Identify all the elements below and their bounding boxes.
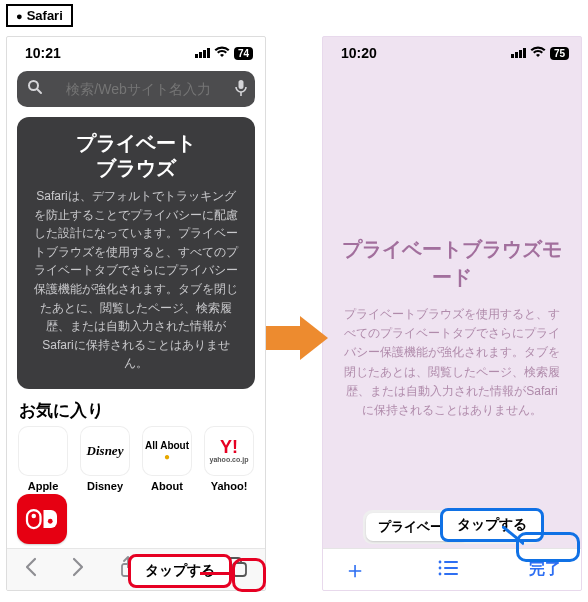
favorite-apple[interactable]: Apple <box>15 426 71 492</box>
favorite-nintendo[interactable] <box>17 494 67 544</box>
status-icons: 74 <box>195 46 253 61</box>
svg-rect-2 <box>239 80 244 89</box>
status-bar: 10:21 74 <box>7 37 265 65</box>
svg-point-14 <box>439 566 442 569</box>
mic-icon[interactable] <box>234 79 248 100</box>
done-button[interactable]: 完了 <box>529 559 561 580</box>
private-browsing-card: プライベート ブラウズ Safariは、デフォルトでトラッキングを防止することで… <box>17 117 255 389</box>
battery-icon: 74 <box>234 47 253 60</box>
about-icon: All About● <box>142 426 192 476</box>
svg-point-16 <box>439 572 442 575</box>
phone-left: 10:21 74 プライベート ブラウズ Safariは、デフォルトでトラッキン… <box>6 36 266 591</box>
private-mode-body: プライベートブラウズを使用すると、すべてのプライベートタブでさらにプライバシー保… <box>341 305 563 420</box>
favorites-row: Apple Disney Disney All About● About Y!y… <box>7 426 265 492</box>
callout-ring-segment <box>516 532 580 562</box>
yahoo-icon: Y!yahoo.co.jp <box>204 426 254 476</box>
tab-list-button[interactable] <box>437 560 459 580</box>
svg-point-6 <box>48 519 53 524</box>
status-time: 10:21 <box>25 45 61 61</box>
back-button[interactable] <box>24 557 38 582</box>
status-icons: 75 <box>511 46 569 61</box>
forward-button[interactable] <box>71 557 85 582</box>
signal-icon <box>195 48 210 58</box>
favorite-yahoo[interactable]: Y!yahoo.co.jp Yahoo! <box>201 426 257 492</box>
status-time: 10:20 <box>341 45 377 61</box>
address-bar[interactable] <box>17 71 255 107</box>
favorite-about[interactable]: All About● About <box>139 426 195 492</box>
status-bar: 10:20 75 <box>323 37 581 65</box>
card-title: プライベート ブラウズ <box>33 131 239 181</box>
card-body: Safariは、デフォルトでトラッキングを防止することでプライバシーに配慮した設… <box>33 187 239 373</box>
disney-icon: Disney <box>80 426 130 476</box>
search-icon <box>27 79 43 99</box>
callout-tap-tabs: タップする <box>128 554 232 588</box>
signal-icon <box>511 48 526 58</box>
svg-point-5 <box>32 514 37 519</box>
new-tab-button[interactable]: ＋ <box>343 554 367 586</box>
wifi-icon <box>530 46 546 61</box>
wifi-icon <box>214 46 230 61</box>
favorites-heading: お気に入り <box>19 399 253 422</box>
app-badge-label: Safari <box>27 8 63 23</box>
app-badge: Safari <box>6 4 73 27</box>
callout-ring-tabs <box>232 558 266 592</box>
svg-point-12 <box>439 560 442 563</box>
private-mode-title: プライベートブラウズモード <box>341 235 563 291</box>
apple-icon <box>18 426 68 476</box>
callout-leader-red <box>200 572 234 575</box>
favorite-disney[interactable]: Disney Disney <box>77 426 133 492</box>
svg-rect-4 <box>27 510 41 528</box>
search-input[interactable] <box>51 81 226 97</box>
battery-icon: 75 <box>550 47 569 60</box>
svg-line-1 <box>37 89 41 93</box>
nintendo-icon <box>24 507 60 531</box>
transition-arrow-icon <box>266 316 328 360</box>
